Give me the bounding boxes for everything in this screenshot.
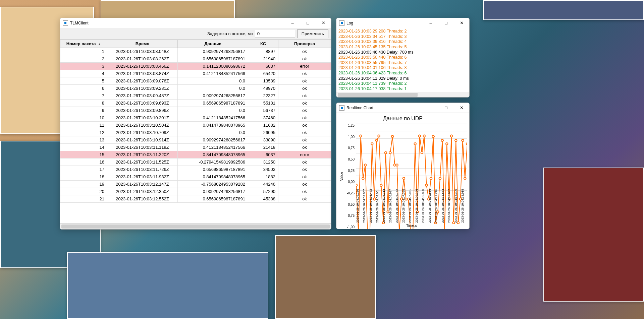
table-row[interactable]: 72023-01-26T10:03:09.487Z0.9092974268256… [60,92,331,100]
x-tick: 2023-01-26 10:04:06.752 [395,192,402,223]
apply-button[interactable]: Применить [297,29,328,38]
cell-data: -0.27941549819892586 [178,158,248,166]
cell-check: ok [278,77,331,85]
log-window: Log – □ ✕ 2023-01-26 10:03:29.208 Thread… [336,18,470,98]
table-row[interactable]: 142023-01-26T10:03:11.119Z0.412118485241… [60,144,331,151]
log-body[interactable]: 2023-01-26 10:03:29.208 Threads: 22023-0… [336,28,469,92]
table-row[interactable]: 82023-01-26T10:03:09.693Z0.6569865987187… [60,100,331,107]
table-row[interactable]: 62023-01-26T10:03:09.281Z0.048970ok [60,85,331,92]
titlebar[interactable]: Log – □ ✕ [336,18,469,28]
svg-point-28 [419,135,421,137]
horizontal-scrollbar[interactable] [336,92,469,97]
svg-point-33 [430,177,432,180]
chart-title: Данные по UDP [338,115,467,124]
scrollbar-thumb[interactable] [338,93,418,97]
maximize-button[interactable]: □ [438,18,454,28]
log-line: 2023-01-26 10:03:45.135 Threads: 5 [338,45,467,50]
cell-data: -0.7568024953079282 [178,181,248,188]
col-check[interactable]: Проверка [278,40,331,48]
cell-packet-no: 12 [60,129,107,136]
cell-time: 2023-01-26T10:03:10.301Z [107,114,178,122]
window-controls: – □ ✕ [285,18,331,28]
y-tick: 1,00 [344,135,355,139]
svg-point-2 [360,135,362,137]
x-tick: 2023-01-26 10:04:11.246 [434,192,441,223]
background-tile [483,0,644,20]
table-row[interactable]: 132023-01-26T10:03:10.914Z0.909297426825… [60,136,331,144]
scrollbar-thumb[interactable] [61,225,330,229]
cell-ks: 22327 [248,92,278,100]
log-line: 2023-01-26 10:03:50.440 Threads: 6 [338,55,467,60]
table-row[interactable]: 212023-01-26T10:03:12.552Z0.656986598718… [60,195,331,203]
log-line: 2023-01-26 10:04:06.423 Threads: 6 [338,71,467,76]
table-row[interactable]: 42023-01-26T10:03:08.874Z0.4121184852417… [60,70,331,77]
close-button[interactable]: ✕ [454,18,469,28]
data-table: Номер пакета▲ Время Данные КС Проверка 1… [60,40,331,203]
svg-point-21 [403,177,405,180]
x-tick: 2023-01-26 10:04:09.800 [421,192,428,223]
col-ks[interactable]: КС [248,40,278,48]
table-row[interactable]: 52023-01-26T10:03:09.076Z0.013589ok [60,77,331,85]
cell-time: 2023-01-26T10:03:09.281Z [107,85,178,92]
table-row[interactable]: 192023-01-26T10:03:12.147Z-0.75680249530… [60,181,331,188]
cell-check: ok [278,122,331,129]
cell-check: ok [278,195,331,203]
svg-point-31 [425,184,428,187]
cell-time: 2023-01-26T10:03:11.726Z [107,166,178,173]
x-tick: 2023-01-26 10:04:11.863 [441,192,448,223]
table-row[interactable]: 32023-01-26T10:03:08.466Z0.1411200080598… [60,63,331,70]
chart-plot[interactable] [356,124,467,191]
table-row[interactable]: 162023-01-26T10:03:11.525Z-0.27941549819… [60,158,331,166]
svg-point-9 [375,139,378,142]
table-row[interactable]: 122023-01-26T10:03:10.709Z0.026095ok [60,129,331,136]
svg-point-15 [389,151,391,154]
titlebar[interactable]: TLMClient – □ ✕ [60,18,331,28]
col-time[interactable]: Время [107,40,178,48]
cell-data: 0.6569865987187891 [178,166,248,173]
cell-packet-no: 19 [60,181,107,188]
minimize-button[interactable]: – [423,18,438,28]
table-row[interactable]: 112023-01-26T10:03:10.504Z0.841470984807… [60,122,331,129]
svg-point-44 [455,139,457,142]
cell-check: ok [278,136,331,144]
svg-point-0 [356,184,357,187]
table-row[interactable]: 92023-01-26T10:03:09.896Z0.056737ok [60,107,331,114]
minimize-button[interactable]: – [285,18,300,28]
log-line: 2023-01-26 10:03:29.208 Threads: 2 [338,29,467,34]
table-row[interactable]: 202023-01-26T10:03:12.350Z0.909297426825… [60,188,331,195]
cell-packet-no: 4 [60,70,107,77]
cell-time: 2023-01-26T10:03:09.076Z [107,77,178,85]
col-data[interactable]: Данные [178,40,248,48]
cell-time: 2023-01-26T10:03:09.693Z [107,100,178,107]
y-axis-label: Value [339,172,343,181]
titlebar[interactable]: Realtime Chart – □ ✕ [336,103,469,113]
cell-ks: 65420 [248,70,278,77]
cell-time: 2023-01-26T10:03:11.320Z [107,151,178,158]
close-button[interactable]: ✕ [316,18,331,28]
minimize-button[interactable]: – [423,103,438,113]
cell-time: 2023-01-26T10:03:12.147Z [107,181,178,188]
close-button[interactable]: ✕ [454,103,469,113]
maximize-button[interactable]: □ [300,18,316,28]
table-row[interactable]: 12023-01-26T10:03:08.048Z0.9092974268256… [60,48,331,55]
table-row[interactable]: 172023-01-26T10:03:11.726Z0.656986598718… [60,166,331,173]
cell-check: error [278,63,331,70]
cell-data: 0.4121184852417566 [178,144,248,151]
tlmclient-window: TLMClient – □ ✕ Задержка в потоке, мс Пр… [60,18,331,230]
col-packet-no[interactable]: Номер пакета▲ [60,40,107,48]
table-row[interactable]: 152023-01-26T10:03:11.320Z0.841470984807… [60,151,331,158]
cell-packet-no: 13 [60,136,107,144]
cell-ks: 1882 [248,173,278,181]
cell-packet-no: 2 [60,55,107,63]
window-title: TLMClient [70,21,285,25]
table-row[interactable]: 182023-01-26T10:03:11.932Z0.841470984807… [60,173,331,181]
horizontal-scrollbar[interactable] [60,223,331,229]
table-row[interactable]: 22023-01-26T10:03:08.262Z0.6569865987187… [60,55,331,63]
delay-input[interactable] [255,30,295,38]
table-row[interactable]: 102023-01-26T10:03:10.301Z0.412118485241… [60,114,331,122]
data-table-container[interactable]: Номер пакета▲ Время Данные КС Проверка 1… [60,40,331,223]
y-tick: -0,75 [344,214,355,217]
maximize-button[interactable]: □ [438,103,454,113]
x-tick: 2023-01-26 10:04:03.472 [369,192,376,223]
x-tick: 2023-01-26 10:04:02.857 [363,192,369,223]
